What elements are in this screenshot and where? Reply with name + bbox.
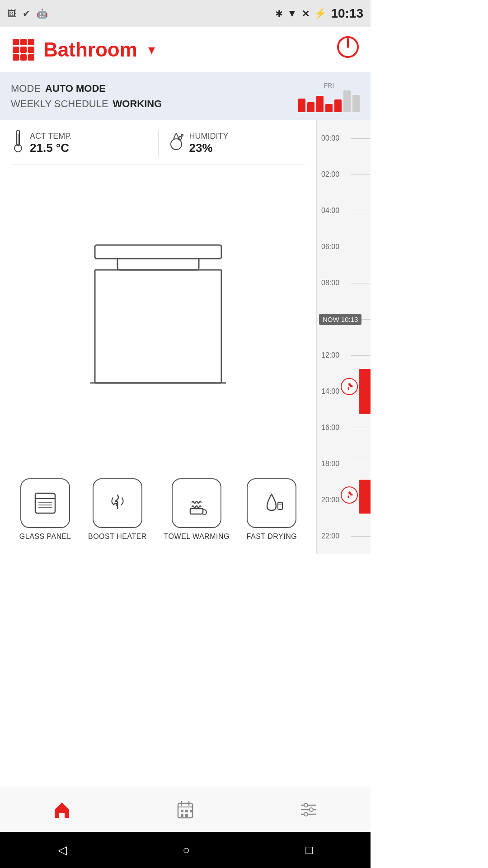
time-line (351, 428, 371, 428)
chart-bar (298, 99, 305, 112)
now-badge: NOW 10:13 (319, 314, 361, 325)
left-panel: ACT TEMP. 21.5 °C H (0, 120, 316, 554)
function-row: GLASS PANEL BOOST HEATER (11, 469, 305, 545)
status-icons-left: 🖼 ✔ 🤖 (7, 8, 48, 19)
thermometer-icon (11, 129, 25, 157)
time-entry-0400: 04:00 (317, 193, 371, 229)
time-entry-1800: 18:00 (317, 446, 371, 482)
bottom-nav (0, 787, 371, 832)
time-entry-now: NOW 10:13 (317, 301, 371, 337)
time-label-0200: 02:00 (317, 170, 351, 179)
check-icon: ✔ (23, 8, 30, 19)
schedule-chart: FRI (298, 80, 360, 112)
android-home-button[interactable]: ○ (183, 843, 190, 857)
power-button[interactable] (336, 35, 360, 64)
svg-rect-2 (28, 39, 34, 45)
svg-rect-1 (20, 39, 27, 45)
schedule-value: WORKING (113, 98, 162, 110)
status-bar: 🖼 ✔ 🤖 ∗ ▼ ⨯ ⚡ 10:13 (0, 0, 371, 27)
android-recent-button[interactable]: □ (305, 843, 313, 857)
glass-panel-label: GLASS PANEL (19, 533, 71, 541)
humidity-sensor: HUMIDITY 23% (168, 132, 306, 155)
mode-value: AUTO MODE (45, 83, 106, 94)
svg-rect-7 (20, 54, 27, 61)
time-label-1800: 18:00 (317, 460, 351, 468)
towel-warming-icon-box (172, 478, 221, 528)
time-label-0400: 04:00 (317, 207, 351, 215)
chart-bar (352, 95, 360, 112)
chart-bar (316, 96, 324, 112)
svg-rect-17 (95, 245, 221, 259)
time-line (351, 175, 371, 175)
chart-bar (325, 104, 333, 112)
time-line (351, 283, 371, 283)
red-block-2 (359, 480, 371, 514)
svg-point-16 (181, 134, 183, 136)
svg-rect-0 (13, 39, 19, 45)
svg-point-30 (348, 494, 350, 496)
time-label-0800: 08:00 (317, 279, 351, 287)
timeline-panel: 00:00 02:00 04:00 06:00 (316, 120, 371, 554)
svg-rect-13 (18, 134, 19, 146)
svg-rect-8 (28, 54, 34, 61)
humidity-data: HUMIDITY 23% (189, 132, 229, 155)
svg-rect-37 (181, 814, 183, 817)
svg-point-15 (179, 137, 182, 139)
status-time: 10:13 (331, 6, 363, 21)
svg-rect-27 (278, 502, 282, 509)
humidity-icon (168, 132, 185, 155)
svg-rect-3 (13, 47, 19, 53)
fast-drying-label: FAST DRYING (247, 533, 297, 541)
fan-badge-1 (341, 378, 358, 395)
main-content: ACT TEMP. 21.5 °C H (0, 120, 371, 554)
android-back-button[interactable]: ◁ (58, 843, 67, 857)
temp-value: 21.5 °C (30, 141, 72, 155)
time-entry-2000: 20:00 (317, 482, 371, 518)
radiator-image (86, 236, 230, 408)
svg-rect-26 (190, 509, 203, 514)
time-line (351, 464, 371, 464)
time-entry-0600: 06:00 (317, 229, 371, 265)
humidity-label: HUMIDITY (189, 132, 229, 141)
time-entry-1600: 16:00 (317, 410, 371, 446)
time-entry-1400: 14:00 (317, 373, 371, 410)
nav-settings[interactable] (299, 800, 319, 820)
time-label-1600: 16:00 (317, 424, 351, 432)
sensor-divider (158, 130, 159, 157)
svg-rect-36 (185, 810, 188, 812)
svg-rect-18 (95, 270, 221, 383)
chart-day-label: FRI (324, 82, 334, 89)
svg-point-43 (304, 803, 308, 807)
chart-bar (343, 90, 351, 112)
boost-heater-icon-box (93, 478, 142, 528)
boost-heater-button[interactable]: BOOST HEATER (88, 478, 147, 541)
svg-point-29 (348, 386, 350, 387)
towel-warming-button[interactable]: TOWEL WARMING (164, 478, 229, 541)
nav-schedule[interactable] (175, 800, 195, 820)
android-icon: 🤖 (37, 8, 48, 19)
nav-home[interactable] (52, 800, 72, 820)
humidity-value: 23% (189, 141, 229, 155)
wifi-icon: ▼ (287, 8, 297, 19)
svg-point-45 (304, 812, 308, 816)
temp-data: ACT TEMP. 21.5 °C (30, 132, 72, 155)
gallery-icon: 🖼 (7, 9, 16, 19)
time-entry-2200: 22:00 (317, 518, 371, 554)
android-nav-bar: ◁ ○ □ (0, 832, 371, 868)
fast-drying-icon-box (247, 478, 296, 528)
mode-banner: MODE AUTO MODE WEEKLY SCHEDULE WORKING F… (0, 72, 371, 120)
mode-label: MODE (11, 83, 41, 94)
time-entry-0200: 02:00 (317, 156, 371, 193)
fast-drying-button[interactable]: FAST DRYING (247, 478, 297, 541)
fan-badge-2 (341, 486, 358, 504)
glass-panel-button[interactable]: GLASS PANEL (19, 478, 71, 541)
chart-bar (334, 99, 342, 112)
time-line (351, 211, 371, 211)
svg-rect-4 (20, 47, 27, 53)
temp-label: ACT TEMP. (30, 132, 72, 141)
bluetooth-icon: ∗ (275, 8, 283, 19)
schedule-row: WEEKLY SCHEDULE WORKING (11, 98, 162, 110)
time-label-0600: 06:00 (317, 243, 351, 251)
room-dropdown-arrow[interactable]: ▾ (148, 42, 155, 57)
time-label-2200: 22:00 (317, 532, 351, 540)
